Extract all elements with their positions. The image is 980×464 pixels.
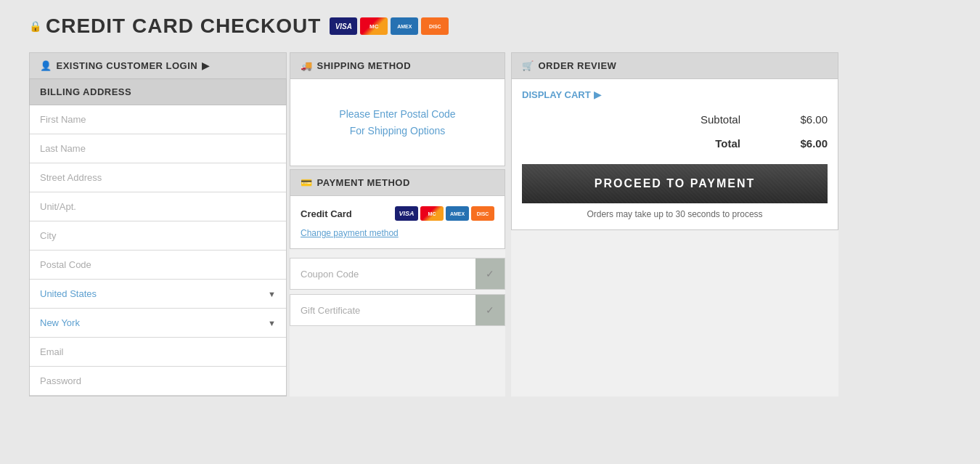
display-cart-link[interactable]: DISPLAY CART ▶: [522, 89, 828, 100]
gift-certificate-input[interactable]: [290, 297, 475, 324]
display-cart-arrow-icon: ▶: [594, 89, 601, 100]
billing-address-header: BILLING ADDRESS: [29, 78, 287, 105]
change-payment-label[interactable]: Change payment method: [301, 228, 399, 238]
payment-label: PAYMENT METHOD: [317, 177, 410, 188]
payment-visa-icon: VISA: [395, 206, 418, 221]
shipping-message-line1: Please Enter Postal Code: [339, 108, 455, 120]
amex-icon: AMEX: [391, 17, 418, 35]
arrow-icon: ▶: [202, 60, 210, 71]
mastercard-icon: MC: [360, 17, 388, 35]
first-name-input[interactable]: [30, 105, 286, 134]
last-name-input[interactable]: [30, 134, 286, 163]
country-select[interactable]: United States: [30, 280, 286, 308]
main-grid: 👤 EXISTING CUSTOMER LOGIN ▶ BILLING ADDR…: [29, 52, 951, 396]
street-address-input[interactable]: [30, 163, 286, 192]
credit-card-label: Credit Card: [301, 208, 352, 219]
street-address-field[interactable]: [30, 163, 286, 192]
order-review-label: ORDER REVIEW: [539, 60, 617, 71]
coupon-check-icon: ✓: [486, 268, 494, 280]
order-totals: Subtotal $6.00 Total $6.00: [522, 110, 828, 152]
city-field[interactable]: [30, 221, 286, 251]
payment-amex-icon: AMEX: [446, 206, 469, 221]
display-cart-label[interactable]: DISPLAY CART: [522, 89, 591, 100]
unit-apt-input[interactable]: [30, 192, 286, 221]
state-field[interactable]: New York ▼: [30, 309, 286, 338]
page-header: 🔒 CREDIT CARD CHECKOUT VISA MC AMEX DISC: [29, 15, 951, 38]
discover-icon: DISC: [421, 17, 449, 35]
shipping-header: 🚚 SHIPPING METHOD: [290, 52, 505, 79]
payment-mc-icon: MC: [420, 206, 444, 221]
city-input[interactable]: [30, 221, 286, 250]
order-review-header: 🛒 ORDER REVIEW: [511, 52, 838, 79]
email-input[interactable]: [30, 338, 286, 366]
user-icon: 👤: [40, 60, 52, 71]
process-notice: Orders may take up to 30 seconds to proc…: [522, 209, 828, 219]
credit-card-icon: 💳: [301, 177, 313, 188]
password-input[interactable]: [30, 367, 286, 395]
postal-code-field[interactable]: [30, 251, 286, 280]
coupon-input[interactable]: [290, 261, 475, 288]
order-review-column: 🛒 ORDER REVIEW DISPLAY CART ▶ Subtotal $…: [508, 52, 838, 396]
billing-address-label: BILLING ADDRESS: [40, 86, 131, 97]
payment-card-icons: VISA MC AMEX DISC: [395, 206, 494, 221]
first-name-field[interactable]: [30, 105, 286, 134]
payment-disc-icon: DISC: [471, 206, 494, 221]
shipping-label: SHIPPING METHOD: [317, 60, 412, 71]
total-value: $6.00: [784, 137, 828, 150]
payment-method-row: Credit Card VISA MC AMEX DISC: [301, 206, 494, 221]
subtotal-value: $6.00: [784, 113, 828, 126]
gift-submit-button[interactable]: ✓: [475, 295, 505, 325]
existing-customer-label: EXISTING CUSTOMER LOGIN: [57, 60, 198, 71]
coupon-submit-button[interactable]: ✓: [475, 259, 505, 289]
shipping-message-line2: For Shipping Options: [350, 125, 446, 137]
gift-row: ✓: [290, 294, 505, 326]
state-select[interactable]: New York: [30, 309, 286, 337]
unit-apt-field[interactable]: [30, 192, 286, 221]
existing-customer-header[interactable]: 👤 EXISTING CUSTOMER LOGIN ▶: [29, 52, 287, 78]
billing-column: 👤 EXISTING CUSTOMER LOGIN ▶ BILLING ADDR…: [29, 52, 287, 396]
payment-header: 💳 PAYMENT METHOD: [290, 169, 505, 196]
visa-icon: VISA: [330, 17, 357, 35]
email-field[interactable]: [30, 338, 286, 367]
change-payment-link[interactable]: Change payment method: [301, 227, 494, 238]
page-title: CREDIT CARD CHECKOUT: [46, 15, 321, 38]
cart-icon: 🛒: [522, 60, 534, 71]
password-field[interactable]: [30, 367, 286, 396]
proceed-to-payment-button[interactable]: PROCEED TO PAYMENT: [522, 164, 828, 203]
subtotal-row: Subtotal $6.00: [522, 110, 828, 129]
subtotal-label: Subtotal: [701, 113, 740, 126]
last-name-field[interactable]: [30, 134, 286, 163]
postal-code-input[interactable]: [30, 251, 286, 279]
coupon-section: ✓ ✓: [290, 258, 505, 326]
shipping-message-box: Please Enter Postal Code For Shipping Op…: [290, 79, 505, 166]
middle-column: 🚚 SHIPPING METHOD Please Enter Postal Co…: [287, 52, 508, 396]
total-row: Total $6.00: [522, 134, 828, 152]
country-field[interactable]: United States ▼: [30, 280, 286, 309]
billing-form: United States ▼ New York ▼: [29, 105, 287, 396]
proceed-button-label: PROCEED TO PAYMENT: [595, 177, 756, 190]
header-card-icons: VISA MC AMEX DISC: [330, 17, 449, 35]
total-label: Total: [715, 137, 740, 150]
order-review-box: DISPLAY CART ▶ Subtotal $6.00 Total $6.0…: [511, 79, 838, 230]
lock-icon: 🔒: [29, 20, 41, 32]
truck-icon: 🚚: [301, 60, 313, 71]
shipping-message: Please Enter Postal Code For Shipping Op…: [339, 106, 455, 139]
gift-check-icon: ✓: [486, 304, 494, 316]
payment-method-box: Credit Card VISA MC AMEX DISC Change pay…: [290, 196, 505, 249]
coupon-row: ✓: [290, 258, 505, 290]
